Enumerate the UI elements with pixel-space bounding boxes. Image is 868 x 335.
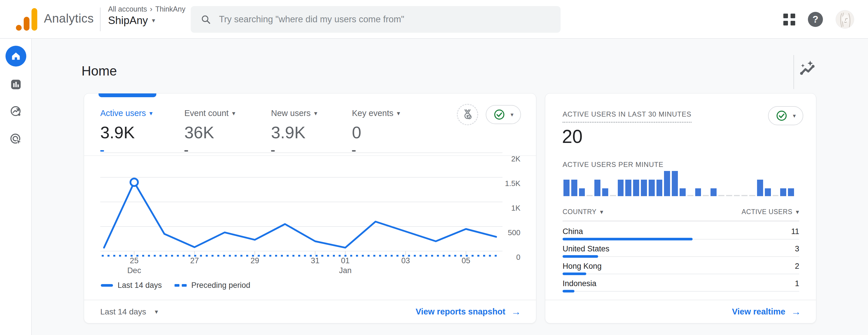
overview-card-actions: ▾ xyxy=(457,104,521,125)
minute-bar xyxy=(726,195,732,196)
country-name: China xyxy=(563,227,583,236)
header-divider xyxy=(100,7,100,31)
chevron-down-icon: ▾ xyxy=(600,209,603,215)
metric-key-events: Key events ▾ 0 xyxy=(352,109,400,151)
realtime-card: ACTIVE USERS IN LAST 30 MINUTES ▾ 20 ACT… xyxy=(545,93,816,324)
country-name: Indonesia xyxy=(563,279,596,288)
advertising-icon xyxy=(9,133,23,146)
metric-active-users: Active users ▾ 3.9K xyxy=(100,109,153,151)
avatar-sketch xyxy=(836,10,854,29)
active-users-count: 1 xyxy=(795,279,799,288)
metric-selector-active-users[interactable]: Active users ▾ xyxy=(100,109,153,118)
chevron-down-icon: ▾ xyxy=(397,110,400,117)
minute-bar xyxy=(734,195,740,196)
apps-grid-icon[interactable] xyxy=(783,13,795,25)
top-header: Analytics All accounts › ThinkAny ShipAn… xyxy=(0,0,868,39)
x-axis-label: 25 xyxy=(130,256,138,265)
breadcrumb-root[interactable]: All accounts xyxy=(108,5,147,13)
sidebar-item-explore[interactable] xyxy=(0,105,32,118)
metric-selector-key-events[interactable]: Key events ▾ xyxy=(352,109,400,118)
avatar[interactable] xyxy=(836,10,854,29)
overview-card-footer: Last 14 days ▾ View reports snapshot → xyxy=(84,300,536,323)
x-axis-label: 03 xyxy=(401,256,410,265)
country-bar-fill xyxy=(563,290,575,292)
analytics-logo-icon[interactable] xyxy=(16,8,37,31)
sidebar-item-reports[interactable] xyxy=(0,78,32,91)
page-title: Home xyxy=(82,63,117,79)
active-users-column-sort[interactable]: ACTIVE USERS ▾ xyxy=(741,208,799,216)
home-icon xyxy=(5,46,26,66)
view-realtime-link[interactable]: View realtime → xyxy=(732,306,801,317)
property-selector[interactable]: ShipAny ▾ xyxy=(108,15,155,27)
reports-icon xyxy=(9,78,22,91)
metric-selector-new-users[interactable]: New users ▾ xyxy=(271,109,317,118)
insights-button[interactable] xyxy=(798,59,816,78)
breadcrumb[interactable]: All accounts › ThinkAny xyxy=(108,5,186,13)
realtime-title: ACTIVE USERS IN LAST 30 MINUTES xyxy=(563,110,691,123)
chevron-down-icon: ▾ xyxy=(149,110,153,117)
minute-bar xyxy=(687,195,693,196)
y-axis-label: 0 xyxy=(516,253,520,261)
sidebar-item-advertising[interactable] xyxy=(0,133,32,146)
view-reports-snapshot-link[interactable]: View reports snapshot → xyxy=(416,306,521,317)
minute-bar xyxy=(641,180,647,196)
logo-dot xyxy=(16,25,22,31)
data-quality-button[interactable]: ▾ xyxy=(768,106,803,125)
table-header-divider xyxy=(563,221,799,221)
metric-selector-event-count[interactable]: Event count ▾ xyxy=(184,109,235,118)
active-tab-indicator xyxy=(98,93,156,97)
minute-bar xyxy=(610,195,616,196)
country-bar-fill xyxy=(563,255,598,258)
metric-value: 3.9K xyxy=(100,123,153,142)
minute-bar xyxy=(571,180,577,196)
minute-bar xyxy=(672,171,678,196)
breadcrumb-account[interactable]: ThinkAny xyxy=(155,5,185,13)
legend-preceding-period: Preceding period xyxy=(175,281,250,290)
x-axis-label: 05 xyxy=(462,256,470,265)
minute-bar xyxy=(680,188,686,196)
country-bar-fill xyxy=(563,273,586,275)
minute-bar xyxy=(765,188,771,196)
arrow-right-icon: → xyxy=(511,306,521,317)
check-circle-icon xyxy=(493,109,505,121)
active-users-line-chart: 05001K1.5K2K25Dec27293101Jan0305 xyxy=(100,149,520,277)
minute-bar xyxy=(788,188,794,196)
realtime-quality: ▾ xyxy=(768,106,803,125)
active-users-count: 3 xyxy=(795,245,799,253)
realtime-card-footer: View realtime → xyxy=(545,300,816,323)
chevron-down-icon: ▾ xyxy=(152,17,155,24)
minute-bar xyxy=(718,195,724,196)
header-actions: ? xyxy=(783,0,854,39)
data-quality-button[interactable]: ▾ xyxy=(486,105,521,124)
metric-value: 36K xyxy=(184,123,235,142)
active-users-per-minute-chart xyxy=(563,171,794,196)
realtime-active-users-value: 20 xyxy=(562,126,583,147)
country-column-sort[interactable]: COUNTRY ▾ xyxy=(563,208,603,216)
table-row: China11 xyxy=(563,224,799,242)
sidebar-item-home[interactable] xyxy=(0,46,32,66)
minute-bar xyxy=(741,195,747,196)
help-icon[interactable]: ? xyxy=(808,12,823,27)
table-row: Hong Kong2 xyxy=(563,259,799,276)
active-users-count: 2 xyxy=(795,262,799,271)
benchmarking-medal-icon[interactable] xyxy=(457,104,478,125)
country-bar-track xyxy=(563,273,799,275)
minute-bar xyxy=(633,180,639,196)
minute-bar xyxy=(594,180,600,196)
chevron-down-icon: ▾ xyxy=(510,112,514,117)
minute-bar xyxy=(587,195,593,196)
chevron-down-icon: ▾ xyxy=(232,110,235,117)
realtime-country-table: China11United States3Hong Kong2Indonesia… xyxy=(563,224,799,294)
date-range-dropdown[interactable]: Last 14 days ▾ xyxy=(100,307,158,316)
search-input[interactable] xyxy=(219,14,551,25)
minute-bar xyxy=(656,180,662,196)
overview-card: Active users ▾ 3.9K Event count ▾ 36K Ne… xyxy=(84,93,536,324)
global-search[interactable] xyxy=(191,6,561,33)
x-axis-label: 27 xyxy=(190,256,199,265)
chevron-down-icon: ▾ xyxy=(796,209,799,215)
metric-value: 3.9K xyxy=(271,123,317,142)
country-name: Hong Kong xyxy=(563,262,601,271)
per-minute-label: ACTIVE USERS PER MINUTE xyxy=(563,161,663,169)
minute-bar xyxy=(602,188,608,196)
minute-bar xyxy=(664,171,670,196)
